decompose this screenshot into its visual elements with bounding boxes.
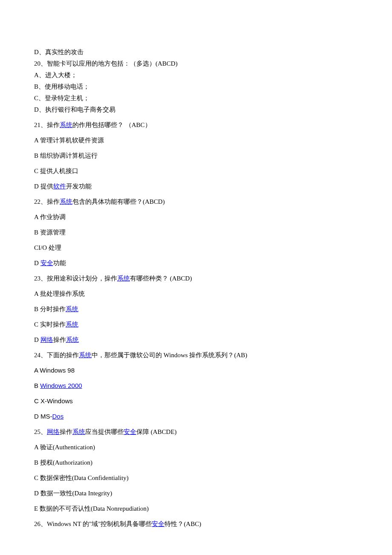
option-22c: CI/O 处理 xyxy=(34,243,358,253)
opt23d-prefix: D xyxy=(34,336,40,343)
link-system-7[interactable]: 系统 xyxy=(79,352,92,358)
opt23d-mid: 操作 xyxy=(53,336,66,343)
link-system-6[interactable]: 系统 xyxy=(66,336,79,343)
option-20b: B、使用移动电话； xyxy=(34,81,358,92)
q26-suffix: 特性？(ABC) xyxy=(164,520,201,527)
q23-prefix: 23、按用途和设计划分，操作 xyxy=(34,275,117,282)
question-23: 23、按用途和设计划分，操作系统有哪些种类？ (ABCD) xyxy=(34,273,358,283)
q25-suffix: 保障 (ABCDE) xyxy=(136,428,177,435)
q23-suffix: 有哪些种类？ (ABCD) xyxy=(130,275,192,282)
q24-suffix: 中，那些属于微软公司的 Windows 操作系统系列？(AB) xyxy=(92,352,247,358)
link-system-5[interactable]: 系统 xyxy=(66,321,78,328)
opt23c-prefix: C 实时操作 xyxy=(34,321,66,328)
link-security-1[interactable]: 安全 xyxy=(40,260,53,266)
option-d-authenticity: D、真实性的攻击 xyxy=(34,47,358,57)
opt21d-prefix: D 提供 xyxy=(34,183,53,190)
option-25b: B 授权(Authorization) xyxy=(34,457,358,468)
question-22: 22、操作系统包含的具体功能有哪些？(ABCD) xyxy=(34,197,358,207)
opt21d-suffix: 开发功能 xyxy=(66,183,92,190)
option-24d: D MS-Dos xyxy=(34,411,358,422)
option-25c: C 数据保密性(Data Confidentiality) xyxy=(34,473,358,483)
q21-suffix: 的作用包括哪些？ （ABC） xyxy=(72,121,151,128)
q21-prefix: 21、操作 xyxy=(34,121,60,128)
q22-suffix: 包含的具体功能有哪些？(ABCD) xyxy=(72,198,165,205)
link-security-2[interactable]: 安全 xyxy=(124,428,136,435)
question-21: 21、操作系统的作用包括哪些？ （ABC） xyxy=(34,120,358,130)
link-network-2[interactable]: 网络 xyxy=(47,428,60,435)
q25-mid2: 应当提供哪些 xyxy=(85,428,124,435)
option-21a: A 管理计算机软硬件资源 xyxy=(34,135,358,145)
option-25e: E 数据的不可否认性(Data Nonrepudiation) xyxy=(34,503,358,514)
opt22d-prefix: D xyxy=(34,260,40,266)
q22-prefix: 22、操作 xyxy=(34,198,60,205)
option-22b: B 资源管理 xyxy=(34,227,358,237)
option-25a: A 验证(Authentication) xyxy=(34,442,358,452)
option-20a: A、进入大楼； xyxy=(34,70,358,80)
option-23a: A 批处理操作系统 xyxy=(34,289,358,299)
opt22d-suffix: 功能 xyxy=(53,260,66,266)
option-21b: B 组织协调计算机运行 xyxy=(34,150,358,161)
opt23b-prefix: B 分时操作 xyxy=(34,306,66,312)
option-24b: B Windows 2000 xyxy=(34,381,358,391)
option-24c: C X-Windows xyxy=(34,396,358,406)
option-22a: A 作业协调 xyxy=(34,212,358,222)
question-25: 25、网络操作系统应当提供哪些安全保障 (ABCDE) xyxy=(34,427,358,437)
option-20c: C、登录特定主机； xyxy=(34,93,358,103)
link-system-1[interactable]: 系统 xyxy=(60,121,72,128)
opt24b-prefix: B xyxy=(34,382,40,389)
q24-prefix: 24、下面的操作 xyxy=(34,352,79,358)
link-security-3[interactable]: 安全 xyxy=(152,520,164,527)
link-dos[interactable]: Dos xyxy=(52,413,64,420)
option-23c: C 实时操作系统 xyxy=(34,319,358,330)
link-system-4[interactable]: 系统 xyxy=(66,306,78,312)
option-25d: D 数据一致性(Data Integrity) xyxy=(34,488,358,498)
link-system-8[interactable]: 系统 xyxy=(72,428,85,435)
option-23d: D 网络操作系统 xyxy=(34,335,358,345)
q26-prefix: 26、Windows NT 的"域"控制机制具备哪些 xyxy=(34,520,152,527)
question-20: 20、智能卡可以应用的地方包括：（多选）(ABCD) xyxy=(34,58,358,69)
option-22d: D 安全功能 xyxy=(34,258,358,268)
option-23b: B 分时操作系统 xyxy=(34,304,358,314)
link-network-1[interactable]: 网络 xyxy=(40,336,53,343)
option-21d: D 提供软件开发功能 xyxy=(34,181,358,191)
option-21c: C 提供人机接口 xyxy=(34,166,358,176)
question-24: 24、下面的操作系统中，那些属于微软公司的 Windows 操作系统系列？(AB… xyxy=(34,350,358,360)
q25-mid1: 操作 xyxy=(60,428,72,435)
option-20d: D、执行银行和电子商务交易 xyxy=(34,104,358,115)
link-system-3[interactable]: 系统 xyxy=(117,275,130,282)
question-26: 26、Windows NT 的"域"控制机制具备哪些安全特性？(ABC) xyxy=(34,519,358,529)
option-24a: A Windows 98 xyxy=(34,365,358,376)
q25-prefix: 25、 xyxy=(34,428,47,435)
link-windows-2000[interactable]: Windows 2000 xyxy=(40,382,82,389)
link-software[interactable]: 软件 xyxy=(53,183,66,190)
link-system-2[interactable]: 系统 xyxy=(60,198,72,205)
opt24d-prefix: D MS- xyxy=(34,413,52,420)
